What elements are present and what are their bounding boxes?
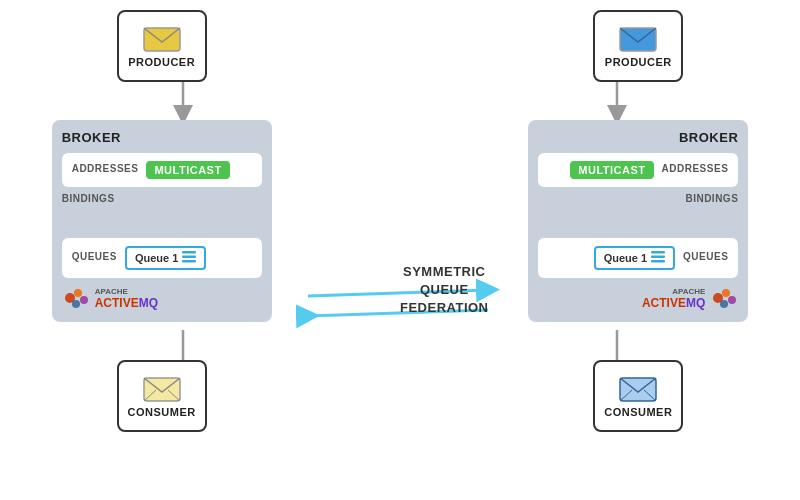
right-consumer-label: CONSUMER [604,406,672,418]
right-activemq-text: ACTIVEMQ [642,296,705,310]
left-producer-box: PRODUCER [117,10,207,82]
svg-rect-20 [651,260,665,263]
svg-point-24 [720,300,728,308]
right-queues-label: QUEUES [683,251,728,262]
right-queue-lines-icon [651,251,665,265]
right-addresses-box: MULTICAST ADDRESSES [538,153,738,187]
svg-point-12 [80,296,88,304]
svg-rect-9 [182,260,196,263]
right-column: PRODUCER BROKER MULTICAST ADDRESSES BIND… [528,10,748,432]
left-broker-label: BROKER [62,130,262,145]
left-activemq-logo: APACHE ACTIVEMQ [62,284,262,312]
svg-point-23 [728,296,736,304]
svg-point-11 [74,289,82,297]
left-producer-envelope-icon [143,24,181,52]
right-broker-panel: BROKER MULTICAST ADDRESSES BINDINGS Queu… [528,120,748,322]
right-activemq-logo: APACHE ACTIVEMQ [538,284,738,312]
svg-rect-8 [182,256,196,259]
right-producer-box: PRODUCER [593,10,683,82]
right-apache-label: APACHE [642,287,705,296]
left-queue1-badge: Queue 1 [125,246,206,270]
right-multicast-badge: MULTICAST [570,161,653,179]
middle-column: SYMMETRIC QUEUE FEDERATION [335,10,465,290]
right-addresses-label: ADDRESSES [662,163,729,174]
left-queue-lines-icon [182,251,196,265]
left-activemq-text: ACTIVEMQ [95,296,158,310]
federation-label: SYMMETRIC QUEUE FEDERATION [400,263,489,318]
left-apache-label: APACHE [95,287,158,296]
left-broker-panel: BROKER ADDRESSES MULTICAST BINDINGS QUEU… [52,120,272,322]
left-consumer-label: CONSUMER [128,406,196,418]
svg-point-13 [72,300,80,308]
left-addresses-box: ADDRESSES MULTICAST [62,153,262,187]
left-queues-label: QUEUES [72,251,117,262]
left-activemq-icon [62,284,90,312]
left-bindings-label: BINDINGS [62,193,262,204]
right-producer-label: PRODUCER [605,56,672,68]
left-addresses-label: ADDRESSES [72,163,139,174]
right-queue1-badge: Queue 1 [594,246,675,270]
right-queues-box: Queue 1 QUEUES [538,238,738,278]
right-broker-label: BROKER [679,130,738,145]
left-consumer-box: CONSUMER [117,360,207,432]
left-column: PRODUCER BROKER ADDRESSES MULTICAST BIND… [52,10,272,432]
left-consumer-envelope-icon [143,374,181,402]
svg-rect-19 [651,256,665,259]
left-multicast-badge: MULTICAST [146,161,229,179]
right-bindings-label: BINDINGS [538,193,738,204]
right-activemq-icon [710,284,738,312]
svg-rect-18 [651,251,665,254]
diagram: PRODUCER BROKER ADDRESSES MULTICAST BIND… [0,0,800,500]
svg-rect-7 [182,251,196,254]
left-producer-label: PRODUCER [128,56,195,68]
left-queues-box: QUEUES Queue 1 [62,238,262,278]
right-consumer-box: CONSUMER [593,360,683,432]
svg-point-22 [722,289,730,297]
right-consumer-envelope-icon [619,374,657,402]
right-producer-envelope-icon [619,24,657,52]
